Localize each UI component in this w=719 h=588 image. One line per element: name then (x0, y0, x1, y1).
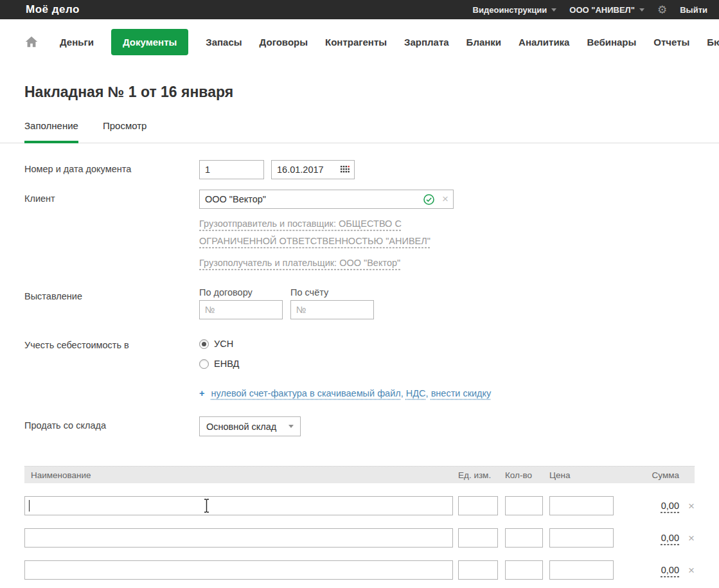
chevron-down-icon (639, 8, 644, 12)
link-separator: , (426, 388, 429, 398)
nav-item-webinars[interactable]: Вебинары (587, 29, 636, 55)
warehouse-select[interactable]: Основной склад (199, 416, 301, 436)
zero-invoice-link[interactable]: нулевой счет-фактура в скачиваемый файл (211, 388, 401, 398)
vat-link[interactable]: НДС (406, 388, 426, 398)
header-qty: Кол-во (505, 470, 549, 480)
item-sum[interactable]: 0,00 (661, 565, 679, 575)
select-arrow-icon (288, 425, 294, 428)
nav-item-contracts[interactable]: Договоры (260, 29, 308, 55)
tab-fill[interactable]: Заполнение (24, 120, 78, 143)
discount-link[interactable]: внести скидку (431, 388, 492, 398)
page-title: Накладная № 1 от 16 января (24, 84, 695, 101)
radio-usn-label: УСН (214, 339, 233, 349)
nav-item-counterparties[interactable]: Контрагенты (325, 29, 387, 55)
nav-item-analytics[interactable]: Аналитика (519, 29, 569, 55)
radio-usn[interactable]: УСН (199, 339, 239, 349)
invoice-form: Номер и дата документа Клиент (0, 143, 719, 436)
consignee-link[interactable]: Грузополучатель и плательщик: ООО "Векто… (199, 254, 400, 272)
item-qty-input[interactable] (505, 528, 543, 548)
topbar: Моё дело Видеоинструкции ООО "АНИВЕЛ" ⚙ … (0, 0, 719, 19)
client-label: Клиент (24, 190, 199, 204)
item-price-input[interactable] (549, 560, 614, 580)
video-instructions-menu[interactable]: Видеоинструкции (473, 5, 557, 15)
warehouse-label: Продать со склада (24, 416, 199, 431)
company-menu[interactable]: ООО "АНИВЕЛ" (569, 5, 644, 15)
item-sum[interactable]: 0,00 (661, 501, 679, 511)
nav-item-reports[interactable]: Отчеты (653, 29, 689, 55)
radio-envd[interactable]: ЕНВД (199, 359, 239, 369)
radio-button-icon (199, 359, 209, 369)
delete-row-icon[interactable]: × (679, 533, 695, 544)
nav-item-forms[interactable]: Бланки (466, 29, 501, 55)
tab-bar: Заполнение Просмотр (0, 120, 719, 143)
item-price-input[interactable] (549, 528, 614, 548)
shipper-link[interactable]: Грузоотправитель и поставщик: ОБЩЕСТВО С… (199, 218, 431, 246)
item-qty-input[interactable] (505, 496, 543, 515)
company-name: ООО "АНИВЕЛ" (569, 5, 635, 15)
text-caret (29, 500, 30, 512)
header-price: Цена (549, 470, 614, 480)
delete-row-icon[interactable]: × (679, 501, 695, 512)
tab-preview[interactable]: Просмотр (103, 120, 147, 143)
table-row: 0,00 × (24, 496, 695, 515)
video-instructions-label: Видеоинструкции (473, 5, 547, 15)
main-nav: Деньги Документы Запасы Договоры Контраг… (0, 19, 719, 64)
gear-icon[interactable]: ⚙ (657, 4, 667, 15)
items-table: Наименование Ед. изм. Кол-во Цена Сумма … (24, 466, 695, 580)
item-name-input[interactable] (24, 528, 453, 548)
extra-options-links: + нулевой счет-фактура в скачиваемый фай… (199, 388, 695, 398)
check-circle-icon (423, 194, 434, 205)
link-separator: , (401, 388, 404, 398)
item-unit-input[interactable] (458, 528, 498, 548)
number-date-label: Номер и дата документа (24, 160, 199, 174)
by-contract-label: По договору (199, 287, 283, 298)
item-name-input[interactable] (24, 560, 453, 580)
nav-item-stock[interactable]: Запасы (206, 29, 242, 55)
client-details: Грузоотправитель и поставщик: ОБЩЕСТВО С… (199, 215, 469, 272)
radio-button-icon (199, 339, 209, 349)
nav-item-documents[interactable]: Документы (111, 29, 188, 55)
warehouse-value: Основной склад (206, 422, 276, 432)
table-row: 0,00 × (24, 560, 695, 580)
cost-accounting-label: Учесть себестоимость в (24, 336, 199, 350)
document-number-input[interactable] (199, 160, 264, 179)
plus-icon: + (199, 388, 204, 398)
app-logo[interactable]: Моё дело (26, 3, 80, 16)
calendar-icon[interactable] (341, 166, 350, 174)
delete-row-icon[interactable]: × (679, 565, 695, 576)
client-input[interactable] (199, 190, 454, 209)
nav-item-bureau[interactable]: Бюро (707, 29, 719, 55)
item-unit-input[interactable] (458, 560, 498, 580)
item-qty-input[interactable] (505, 560, 543, 580)
clear-client-icon[interactable]: × (442, 193, 448, 206)
nav-item-money[interactable]: Деньги (60, 29, 94, 55)
chevron-down-icon (551, 8, 556, 12)
radio-envd-label: ЕНВД (214, 359, 239, 369)
issuing-label: Выставление (24, 287, 199, 301)
logout-link[interactable]: Выйти (680, 5, 707, 15)
table-row: 0,00 × (24, 528, 695, 548)
text-cursor-icon (203, 499, 210, 513)
item-unit-input[interactable] (458, 496, 498, 515)
item-price-input[interactable] (549, 496, 614, 515)
nav-item-salary[interactable]: Зарплата (404, 29, 449, 55)
invoice-number-input[interactable] (290, 300, 374, 319)
header-sum: Сумма (614, 470, 695, 480)
by-invoice-label: По счёту (290, 287, 374, 298)
home-icon[interactable] (24, 35, 39, 49)
items-table-header: Наименование Ед. изм. Кол-во Цена Сумма (24, 466, 695, 483)
item-name-input[interactable] (24, 496, 453, 515)
header-unit: Ед. изм. (458, 470, 505, 480)
item-sum[interactable]: 0,00 (661, 533, 679, 543)
contract-number-input[interactable] (199, 300, 283, 319)
header-name: Наименование (24, 470, 458, 480)
